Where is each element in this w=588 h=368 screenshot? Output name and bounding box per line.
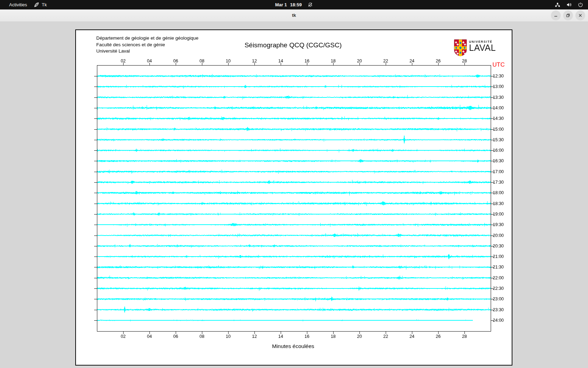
x-tick-label-top: 06 [173, 59, 178, 63]
time-label: 23:30 [493, 307, 504, 313]
x-tick-label-top: 04 [147, 59, 152, 63]
x-tick-label-bottom: 28 [462, 334, 467, 339]
window-titlebar: tk [0, 9, 588, 22]
time-label: 19:30 [493, 222, 504, 227]
system-status-area[interactable] [555, 0, 583, 9]
time-label: 22:30 [493, 286, 504, 291]
activities-button[interactable]: Activities [6, 0, 30, 9]
gnome-top-bar: Activities Tk Mar 1 18:59 [0, 0, 588, 9]
x-tick-label-bottom: 18 [331, 334, 336, 339]
laval-logo: UNIVERSITÉ LAVAL [454, 39, 496, 58]
app-menu[interactable]: Tk [30, 0, 50, 9]
time-label: 23:00 [493, 296, 504, 302]
time-label: 17:30 [493, 179, 504, 185]
minimize-button[interactable] [551, 11, 561, 20]
x-tick-label-bottom: 12 [252, 334, 257, 339]
x-tick-label-top: 16 [304, 59, 309, 63]
time-label: 17:00 [493, 169, 504, 175]
time-label: 21:30 [493, 264, 504, 270]
restore-button[interactable] [563, 11, 573, 20]
time-label: 18:30 [493, 201, 504, 206]
window-title: tk [0, 9, 588, 21]
time-label: 15:00 [493, 127, 504, 132]
x-tick-label-bottom: 24 [410, 334, 414, 339]
logo-laval-label: LAVAL [469, 43, 496, 53]
time-label: 19:00 [493, 211, 504, 217]
page-title: Séismographe QCQ (CGC/GSC) [96, 41, 490, 49]
utc-label: UTC [492, 61, 505, 68]
close-button[interactable] [575, 11, 585, 20]
x-tick-label-bottom: 06 [173, 334, 178, 339]
x-tick-label-top: 26 [436, 59, 441, 63]
x-tick-label-bottom: 08 [200, 334, 204, 339]
date-label: Mar 1 [275, 2, 287, 7]
time-label: 22:00 [493, 275, 504, 281]
time-label: 21:00 [493, 254, 504, 259]
x-tick-label-bottom: 16 [304, 334, 309, 339]
x-tick-label-bottom: 14 [278, 334, 283, 339]
time-label: 18:59 [290, 2, 302, 7]
x-tick-label-top: 24 [410, 59, 414, 63]
clock-menu[interactable]: Mar 1 18:59 [275, 0, 313, 9]
x-axis-title: Minutes écoulées [96, 343, 490, 349]
x-tick-label-bottom: 10 [226, 334, 231, 339]
notifications-muted-icon [308, 2, 313, 7]
tk-root-window: Département de géologie et de génie géol… [0, 21, 588, 368]
x-tick-label-top: 02 [121, 59, 126, 63]
x-tick-label-top: 12 [252, 59, 257, 63]
volume-icon [566, 2, 572, 7]
time-label: 13:00 [493, 84, 504, 89]
desktop: Activities Tk Mar 1 18:59 [0, 0, 588, 368]
seismogram-canvas [76, 30, 512, 365]
time-label: 16:00 [493, 148, 504, 153]
x-tick-label-top: 20 [357, 59, 362, 63]
time-label: 16:30 [493, 158, 504, 164]
x-tick-label-bottom: 02 [121, 334, 126, 339]
time-label: 12:30 [493, 73, 504, 79]
time-label: 20:30 [493, 243, 504, 249]
institution-line: Département de géologie et de génie géol… [96, 35, 198, 42]
laval-shield-icon [454, 39, 467, 58]
time-label: 13:30 [493, 95, 504, 100]
x-tick-label-top: 10 [226, 59, 231, 63]
x-tick-label-bottom: 22 [383, 334, 388, 339]
seismograph-panel: Département de géologie et de génie géol… [75, 29, 512, 366]
time-label: 14:00 [493, 105, 504, 111]
wired-network-icon [555, 2, 560, 7]
tk-feather-icon [34, 2, 39, 7]
power-icon [578, 2, 583, 7]
time-label: 20:00 [493, 233, 504, 238]
x-tick-label-top: 18 [331, 59, 336, 63]
time-label: 14:30 [493, 116, 504, 121]
app-menu-label: Tk [42, 2, 47, 7]
x-tick-label-top: 14 [278, 59, 283, 63]
x-tick-label-bottom: 26 [436, 334, 441, 339]
x-tick-label-bottom: 20 [357, 334, 362, 339]
time-label: 24:00 [493, 318, 504, 323]
x-tick-label-top: 08 [200, 59, 204, 63]
time-label: 15:30 [493, 137, 504, 143]
x-tick-label-top: 28 [462, 59, 467, 63]
time-label: 18:00 [493, 190, 504, 196]
x-tick-label-top: 22 [383, 59, 388, 63]
x-tick-label-bottom: 04 [147, 334, 152, 339]
